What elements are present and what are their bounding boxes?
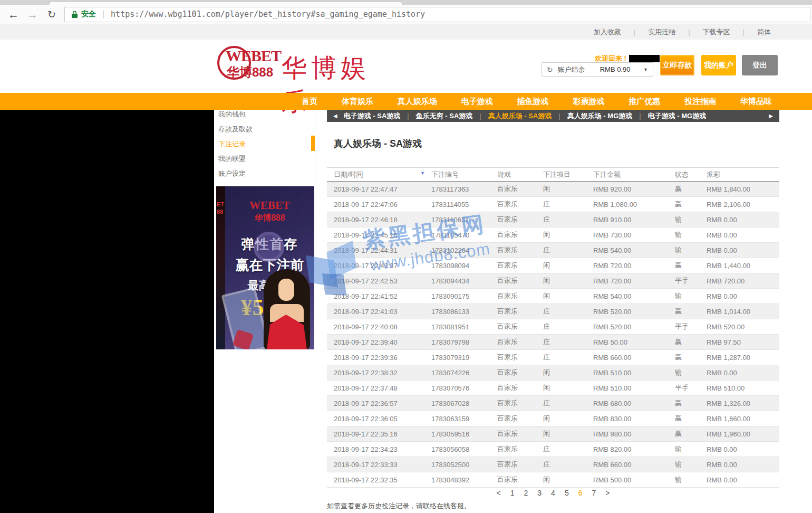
balance-caret-icon[interactable]: ▼ xyxy=(643,67,648,72)
page-3[interactable]: 3 xyxy=(537,489,542,497)
cell-2: 百家乐 xyxy=(497,184,543,194)
balance-refresh-icon[interactable]: ↻ xyxy=(547,65,553,74)
page-4[interactable]: 4 xyxy=(551,489,555,497)
cell-3: 闲 xyxy=(543,261,593,270)
nav-item-2[interactable]: 真人娱乐场 xyxy=(398,97,437,107)
sidebar-item-0[interactable]: 我的钱包 xyxy=(214,107,315,122)
browser-active-tab[interactable] xyxy=(49,1,403,5)
quicklink-0[interactable]: 加入收藏 xyxy=(594,27,621,37)
cell-0: 2018-09-17 22:39:36 xyxy=(327,354,431,362)
nav-item-7[interactable]: 投注指南 xyxy=(684,97,716,107)
cell-5: 赢 xyxy=(675,337,707,347)
logout-button[interactable]: 登出 xyxy=(742,55,778,75)
page-6[interactable]: 6 xyxy=(578,489,583,497)
page-1[interactable]: 1 xyxy=(510,489,515,497)
address-bar[interactable]: 安全 | https://www.wbg1101.com/player/bet_… xyxy=(64,7,810,22)
deposit-button[interactable]: 立即存款 xyxy=(660,55,694,75)
tabs-scroll-left-icon[interactable]: ◀ xyxy=(333,113,337,119)
nav-item-4[interactable]: 捕鱼游戏 xyxy=(517,97,549,107)
cell-6: RMB 0.00 xyxy=(707,231,779,239)
cell-2: 百家乐 xyxy=(497,383,543,393)
cell-0: 2018-09-17 22:43:37 xyxy=(327,262,431,270)
cell-4: RMB 720.00 xyxy=(593,262,675,270)
forward-icon[interactable]: → xyxy=(27,9,38,20)
nav-item-3[interactable]: 电子游戏 xyxy=(461,97,493,107)
cell-2: 百家乐 xyxy=(497,460,543,469)
nav-item-0[interactable]: 首页 xyxy=(302,97,317,107)
page-5[interactable]: 5 xyxy=(565,489,569,497)
cell-1: 1783056058 xyxy=(431,445,497,453)
cell-0: 2018-09-17 22:46:18 xyxy=(327,216,431,224)
promo-banner[interactable]: ET 88 WEBET 华博888 弹性首存 赢在下注前 最高礼金 ¥5000 xyxy=(216,186,314,349)
table-row: 2018-09-17 22:42:531783094434百家乐闲RMB 720… xyxy=(327,273,779,289)
sidebar-item-1[interactable]: 存款及取款 xyxy=(214,122,315,137)
tab-4[interactable]: 电子游戏 - MG游戏 xyxy=(648,111,707,121)
nav-item-8[interactable]: 华博品味 xyxy=(740,97,772,107)
tab-1[interactable]: 鱼乐无穷 - SA游戏 xyxy=(416,111,473,121)
quicklink-separator: | xyxy=(743,28,745,36)
bet-history-table: 日期/时间▼下注编号游戏下注项目下注金额状态派彩 2018-09-17 22:4… xyxy=(327,167,779,488)
banner-slide[interactable]: WEBET 华博888 弹性首存 赢在下注前 最高礼金 ¥5000 xyxy=(225,186,314,349)
cell-3: 庄 xyxy=(543,200,593,209)
page-next[interactable]: > xyxy=(605,489,610,497)
cell-5: 赢 xyxy=(675,353,707,362)
my-account-button[interactable]: 我的账户 xyxy=(701,55,736,75)
cell-1: 1783114055 xyxy=(431,201,497,208)
quicklink-separator: | xyxy=(688,28,690,36)
cell-4: RMB 830.00 xyxy=(593,415,675,423)
refresh-icon[interactable]: ↻ xyxy=(47,8,56,21)
cell-6: RMB 97.50 xyxy=(707,338,779,346)
cell-0: 2018-09-17 22:37:48 xyxy=(327,384,431,392)
sidebar-item-3[interactable]: 我的联盟 xyxy=(214,151,315,166)
tab-3[interactable]: 真人娱乐场 - MG游戏 xyxy=(567,111,633,121)
tab-2[interactable]: 真人娱乐场 - SA游戏 xyxy=(488,111,552,121)
sidebar-item-2[interactable]: 下注记录 xyxy=(214,137,315,151)
table-row: 2018-09-17 22:34:231783056058百家乐庄RMB 820… xyxy=(327,442,779,457)
main-nav: 首页体育娱乐真人娱乐场电子游戏捕鱼游戏彩票游戏推广优惠投注指南华博品味 xyxy=(0,93,812,110)
page-prev[interactable]: < xyxy=(497,489,501,497)
cell-3: 庄 xyxy=(543,353,593,362)
nav-item-1[interactable]: 体育娱乐 xyxy=(342,97,373,107)
cell-2: 百家乐 xyxy=(497,291,543,301)
column-header-6: 派彩 xyxy=(707,170,779,179)
cell-2: 百家乐 xyxy=(497,215,543,224)
table-row: 2018-09-17 22:33:331783052500百家乐庄RMB 660… xyxy=(327,457,779,472)
back-icon[interactable]: ← xyxy=(8,9,19,20)
cell-4: RMB 520.00 xyxy=(593,308,675,316)
cell-0: 2018-09-17 22:36:05 xyxy=(327,415,431,423)
cell-1: 1783102204 xyxy=(431,246,497,254)
page-7[interactable]: 7 xyxy=(592,489,596,497)
tab-0[interactable]: 电子游戏 - SA游戏 xyxy=(344,111,401,121)
site-header: WEBET 华博888 华博娱乐 欢迎回来 ! ↻ 账户结余 RMB 0.90 … xyxy=(0,40,812,93)
sidebar-menu: 我的钱包存款及取款下注记录我的联盟账户设定 xyxy=(214,107,315,181)
cell-1: 1783086133 xyxy=(431,308,497,316)
cell-0: 2018-09-17 22:32:35 xyxy=(327,476,431,484)
sort-desc-icon[interactable]: ▼ xyxy=(420,170,425,176)
quicklink-3[interactable]: 简体 xyxy=(757,27,771,37)
quicklink-1[interactable]: 实用连结 xyxy=(648,27,675,37)
cell-3: 庄 xyxy=(543,322,593,331)
cell-6: RMB 1,287.00 xyxy=(707,354,779,362)
sidebar-item-4[interactable]: 账户设定 xyxy=(214,166,315,181)
quicklink-2[interactable]: 下载专区 xyxy=(703,27,730,37)
cell-3: 闲 xyxy=(543,184,593,194)
nav-item-6[interactable]: 推广优惠 xyxy=(629,97,660,107)
url-text[interactable]: https://www.wbg1101.com/player/bet_histo… xyxy=(111,10,425,19)
cell-2: 百家乐 xyxy=(497,414,543,423)
table-row: 2018-09-17 22:43:371783098094百家乐闲RMB 720… xyxy=(327,258,779,273)
nav-item-5[interactable]: 彩票游戏 xyxy=(573,97,604,107)
cell-5: 输 xyxy=(675,215,707,224)
balance-widget[interactable]: ↻ 账户结余 RMB 0.90 ▼ xyxy=(542,62,653,77)
cell-6: RMB 720.00 xyxy=(707,277,779,285)
tabs-scroll-right-icon[interactable]: ▶ xyxy=(769,113,773,119)
table-row: 2018-09-17 22:45:161783105470百家乐闲RMB 730… xyxy=(327,227,779,243)
site-logo[interactable]: WEBET 华博888 华博娱乐 xyxy=(215,42,389,90)
column-header-3: 下注项目 xyxy=(543,170,593,179)
cell-1: 1783110631 xyxy=(431,216,497,224)
table-row: 2018-09-17 22:40:081783081951百家乐庄RMB 520… xyxy=(327,319,779,335)
page-2[interactable]: 2 xyxy=(524,489,528,497)
cell-1: 1783070576 xyxy=(431,384,497,392)
cell-3: 庄 xyxy=(543,245,593,255)
cell-6: RMB 1,014.00 xyxy=(707,308,779,316)
table-row: 2018-09-17 22:39:401783079798百家乐庄RMB 50.… xyxy=(327,335,779,350)
